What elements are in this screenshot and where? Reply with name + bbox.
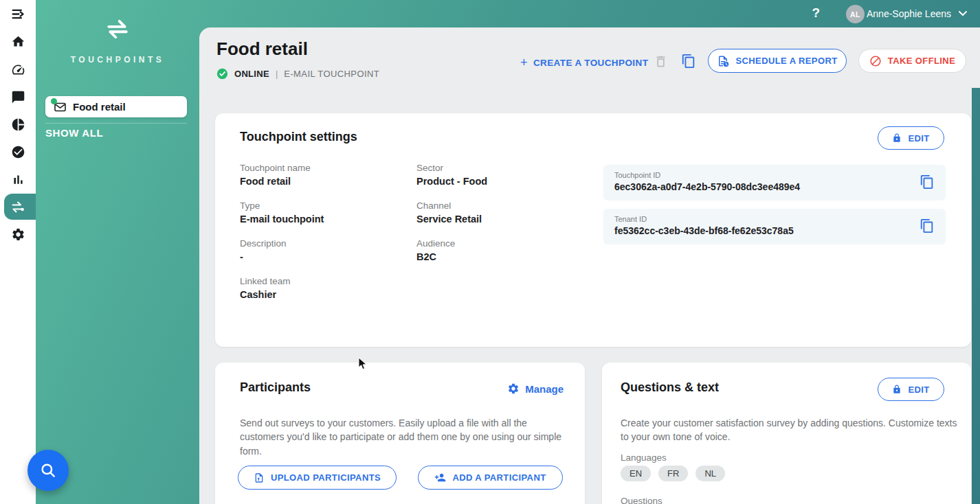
- add-participant-label: ADD A PARTICIPANT: [452, 472, 546, 483]
- brand: TOUCHPOINTS: [36, 18, 199, 65]
- status-divider: |: [276, 69, 278, 79]
- brand-name: TOUCHPOINTS: [36, 55, 199, 65]
- field-audience: Audience B2C: [416, 238, 597, 276]
- dashboard-speed-icon[interactable]: [0, 56, 36, 83]
- home-icon[interactable]: [0, 27, 36, 55]
- field-description: Description -: [240, 238, 416, 276]
- language-chip-nl: NL: [695, 466, 725, 481]
- avatar[interactable]: AL: [846, 5, 865, 23]
- touchpoint-id-box: Touchpoint ID 6ec3062a-a0d7-4e2b-5790-08…: [603, 165, 946, 201]
- field-type: Type E-mail touchpoint: [240, 201, 416, 238]
- upload-file-icon: [254, 472, 265, 483]
- sidebar: TOUCHPOINTS Food retail SHOW ALL: [36, 0, 199, 504]
- icon-rail: [0, 0, 36, 504]
- field-channel: Channel Service Retail: [416, 201, 597, 238]
- schedule-report-button[interactable]: SCHEDULE A REPORT: [708, 49, 847, 73]
- app-window: ? AL Anne-Sophie Leens: [0, 0, 980, 504]
- help-icon[interactable]: ?: [812, 5, 820, 21]
- participants-description: Send out surveys to your customers. Easi…: [240, 416, 568, 458]
- questions-description: Create your customer satisfaction survey…: [621, 416, 957, 444]
- pie-chart-icon[interactable]: [0, 111, 36, 138]
- user-menu[interactable]: Anne-Sophie Leens: [867, 8, 951, 19]
- settings-gear-icon[interactable]: [0, 220, 36, 248]
- search-fab[interactable]: [27, 450, 69, 491]
- settings-card-title: Touchpoint settings: [240, 130, 357, 144]
- participants-card-title: Participants: [240, 380, 311, 395]
- create-touchpoint-button[interactable]: + CREATE A TOUCHPOINT: [520, 56, 648, 70]
- copy-touchpoint-id-icon[interactable]: [920, 174, 935, 190]
- language-chip-en: EN: [621, 466, 651, 481]
- menu-open-icon[interactable]: [0, 0, 36, 27]
- upload-participants-button[interactable]: UPLOAD PARTICIPANTS: [238, 466, 397, 490]
- online-dot: [51, 98, 57, 104]
- questions-edit-button[interactable]: EDIT: [878, 378, 944, 401]
- touchpoint-type-label: E-MAIL TOUCHPOINT: [284, 69, 379, 79]
- create-touchpoint-label: CREATE A TOUCHPOINT: [533, 58, 648, 68]
- take-offline-button[interactable]: TAKE OFFLINE: [858, 49, 966, 73]
- touchpoint-settings-card: Touchpoint settings EDIT Touchpoint name…: [215, 113, 971, 347]
- languages-label: Languages: [621, 453, 667, 463]
- settings-edit-button[interactable]: EDIT: [878, 126, 944, 150]
- copy-tenant-id-icon[interactable]: [920, 218, 935, 233]
- duplicate-icon[interactable]: [681, 54, 696, 69]
- questions-text-card: Questions & text EDIT Create your custom…: [602, 363, 971, 504]
- manage-gear-icon: [507, 382, 520, 395]
- lock-icon: [892, 385, 902, 394]
- questions-edit-label: EDIT: [908, 385, 929, 395]
- field-linked-team: Linked team Cashier: [240, 276, 416, 314]
- delete-icon[interactable]: [654, 54, 668, 69]
- status-badge: ONLINE: [234, 69, 269, 79]
- plus-icon: +: [520, 56, 528, 70]
- show-all-link[interactable]: SHOW ALL: [45, 127, 103, 139]
- person-add-icon: [434, 472, 446, 483]
- manage-participants-link[interactable]: Manage: [507, 382, 564, 395]
- add-participant-button[interactable]: ADD A PARTICIPANT: [418, 466, 563, 490]
- take-offline-label: TAKE OFFLINE: [888, 56, 955, 66]
- upload-participants-label: UPLOAD PARTICIPANTS: [271, 472, 381, 483]
- touchpoints-nav-icon[interactable]: [0, 193, 36, 220]
- questions-card-title: Questions & text: [621, 380, 719, 395]
- page-title: Food retail: [216, 38, 308, 60]
- search-icon: [39, 461, 57, 479]
- language-chips: EN FR NL: [621, 466, 725, 481]
- status-row: ONLINE | E-MAIL TOUCHPOINT: [216, 67, 379, 80]
- sidebar-item-label: Food retail: [73, 101, 126, 113]
- check-circle-icon[interactable]: [0, 138, 36, 165]
- language-chip-fr: FR: [658, 466, 688, 481]
- sidebar-item-food-retail[interactable]: Food retail: [45, 96, 187, 117]
- settings-edit-label: EDIT: [908, 133, 929, 144]
- participants-card: Participants Manage Send out surveys to …: [215, 363, 585, 504]
- chevron-down-icon[interactable]: [958, 10, 968, 17]
- chat-icon[interactable]: [0, 83, 36, 111]
- report-schedule-icon: [717, 55, 729, 67]
- schedule-report-label: SCHEDULE A REPORT: [735, 56, 837, 66]
- bar-chart-icon[interactable]: [0, 165, 36, 193]
- offline-block-icon: [869, 55, 882, 67]
- tenant-id-box: Tenant ID fe5362cc-c3eb-43de-bf68-fe62e5…: [603, 209, 946, 244]
- lock-icon: [892, 133, 902, 143]
- settings-fields: Touchpoint name Food retail Sector Produ…: [240, 163, 597, 314]
- manage-label: Manage: [525, 383, 564, 395]
- online-check-icon: [216, 68, 228, 80]
- field-touchpoint-name: Touchpoint name Food retail: [240, 163, 416, 201]
- touchpoints-logo-icon: [104, 18, 131, 40]
- sidebar-divider: [45, 123, 187, 124]
- questions-label: Questions: [621, 496, 662, 504]
- field-sector: Sector Product - Food: [416, 163, 597, 201]
